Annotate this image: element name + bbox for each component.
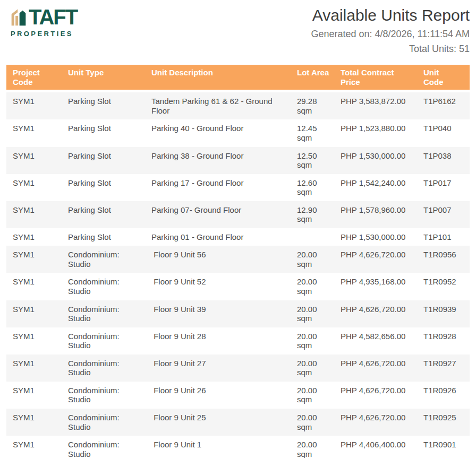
cell-unit-type: Condominium: Studio bbox=[62, 327, 145, 355]
cell-lot-area: 12.90 sqm bbox=[291, 201, 334, 228]
table-row: SYM1Condominium: Studio Floor 9 Unit 392… bbox=[6, 300, 470, 327]
cell-unit-description: Floor 9 Unit 27 bbox=[145, 355, 291, 382]
cell-project-code: SYM1 bbox=[6, 436, 62, 458]
cell-unit-code: T1R0952 bbox=[417, 273, 470, 300]
units-table-body: SYM1Parking SlotTandem Parking 61 & 62 -… bbox=[6, 92, 470, 458]
cell-total-contract-price: PHP 4,626,720.00 bbox=[334, 355, 417, 382]
cell-unit-code: T1R0925 bbox=[417, 409, 470, 436]
cell-unit-description: Parking 01 - Ground Floor bbox=[145, 228, 291, 246]
cell-project-code: SYM1 bbox=[6, 92, 62, 119]
table-header-row: Project CodeUnit TypeUnit DescriptionLot… bbox=[6, 65, 470, 92]
cell-lot-area: 12.45 sqm bbox=[291, 119, 334, 146]
cell-unit-code: T1P6162 bbox=[417, 92, 470, 119]
cell-unit-code: T1P101 bbox=[417, 228, 470, 246]
cell-unit-description: Parking 40 - Ground Floor bbox=[145, 119, 291, 146]
cell-project-code: SYM1 bbox=[6, 228, 62, 246]
cell-unit-description: Floor 9 Unit 28 bbox=[145, 327, 291, 355]
cell-project-code: SYM1 bbox=[6, 409, 62, 436]
cell-unit-description: Floor 9 Unit 1 bbox=[145, 436, 291, 458]
table-row: SYM1Condominium: Studio Floor 9 Unit 282… bbox=[6, 327, 470, 355]
cell-total-contract-price: PHP 4,582,656.00 bbox=[334, 327, 417, 355]
generated-on-text: Generated on: 4/8/2026, 11:11:54 AM bbox=[311, 29, 470, 40]
cell-unit-description: Floor 9 Unit 56 bbox=[145, 246, 291, 273]
cell-unit-type: Parking Slot bbox=[62, 119, 145, 146]
cell-total-contract-price: PHP 1,578,960.00 bbox=[334, 201, 417, 228]
units-table: Project CodeUnit TypeUnit DescriptionLot… bbox=[6, 65, 470, 458]
cell-unit-description: Floor 9 Unit 26 bbox=[145, 382, 291, 409]
cell-unit-type: Condominium: Studio bbox=[62, 273, 145, 300]
cell-unit-type: Parking Slot bbox=[62, 228, 145, 246]
cell-total-contract-price: PHP 1,542,240.00 bbox=[334, 174, 417, 201]
cell-project-code: SYM1 bbox=[6, 382, 62, 409]
report-header: TAFT PROPERTIES Available Units Report G… bbox=[6, 5, 470, 55]
cell-lot-area: 12.50 sqm bbox=[291, 147, 334, 174]
table-row: SYM1Parking SlotParking 07- Ground Floor… bbox=[6, 201, 470, 228]
table-row: SYM1Parking SlotParking 38 - Ground Floo… bbox=[6, 147, 470, 174]
table-row: SYM1Parking SlotTandem Parking 61 & 62 -… bbox=[6, 92, 470, 119]
cell-unit-code: T1R0956 bbox=[417, 246, 470, 273]
title-block: Available Units Report Generated on: 4/8… bbox=[311, 5, 470, 55]
table-row: SYM1Parking SlotParking 40 - Ground Floo… bbox=[6, 119, 470, 146]
report-page: TAFT PROPERTIES Available Units Report G… bbox=[0, 0, 476, 458]
report-title: Available Units Report bbox=[311, 6, 470, 24]
cell-unit-description: Floor 9 Unit 52 bbox=[145, 273, 291, 300]
cell-total-contract-price: PHP 4,626,720.00 bbox=[334, 382, 417, 409]
cell-total-contract-price: PHP 3,583,872.00 bbox=[334, 92, 417, 119]
table-row: SYM1Condominium: Studio Floor 9 Unit 262… bbox=[6, 382, 470, 409]
cell-lot-area: 29.28 sqm bbox=[291, 92, 334, 119]
cell-project-code: SYM1 bbox=[6, 273, 62, 300]
cell-unit-code: T1R0901 bbox=[417, 436, 470, 458]
col-header-unit-code: Unit Code bbox=[417, 65, 470, 92]
table-row: SYM1Condominium: Studio Floor 9 Unit 120… bbox=[6, 436, 470, 458]
cell-project-code: SYM1 bbox=[6, 327, 62, 355]
table-row: SYM1Parking SlotParking 17 - Ground Floo… bbox=[6, 174, 470, 201]
cell-lot-area: 20.00 sqm bbox=[291, 246, 334, 273]
cell-unit-description: Parking 38 - Ground Floor bbox=[145, 147, 291, 174]
cell-total-contract-price: PHP 4,406,400.00 bbox=[334, 436, 417, 458]
cell-lot-area: 20.00 sqm bbox=[291, 327, 334, 355]
units-table-head: Project CodeUnit TypeUnit DescriptionLot… bbox=[6, 65, 470, 92]
total-units-text: Total Units: 51 bbox=[311, 44, 470, 55]
cell-lot-area bbox=[291, 228, 334, 246]
cell-project-code: SYM1 bbox=[6, 201, 62, 228]
cell-total-contract-price: PHP 4,626,720.00 bbox=[334, 300, 417, 327]
cell-unit-code: T1P040 bbox=[417, 119, 470, 146]
cell-lot-area: 20.00 sqm bbox=[291, 436, 334, 458]
table-row: SYM1Condominium: Studio Floor 9 Unit 272… bbox=[6, 355, 470, 382]
cell-project-code: SYM1 bbox=[6, 300, 62, 327]
cell-lot-area: 20.00 sqm bbox=[291, 382, 334, 409]
cell-unit-code: T1R0927 bbox=[417, 355, 470, 382]
cell-unit-type: Condominium: Studio bbox=[62, 436, 145, 458]
cell-unit-type: Condominium: Studio bbox=[62, 382, 145, 409]
cell-unit-description: Floor 9 Unit 25 bbox=[145, 409, 291, 436]
cell-total-contract-price: PHP 4,626,720.00 bbox=[334, 246, 417, 273]
cell-unit-type: Condominium: Studio bbox=[62, 355, 145, 382]
cell-unit-type: Parking Slot bbox=[62, 201, 145, 228]
cell-unit-type: Condominium: Studio bbox=[62, 409, 145, 436]
cell-total-contract-price: PHP 4,626,720.00 bbox=[334, 409, 417, 436]
cell-project-code: SYM1 bbox=[6, 147, 62, 174]
taft-buildings-icon bbox=[11, 7, 27, 26]
cell-project-code: SYM1 bbox=[6, 174, 62, 201]
cell-lot-area: 12.60 sqm bbox=[291, 174, 334, 201]
col-header-lot-area: Lot Area bbox=[291, 65, 334, 92]
cell-unit-description: Tandem Parking 61 & 62 - Ground Floor bbox=[145, 92, 291, 119]
cell-project-code: SYM1 bbox=[6, 246, 62, 273]
cell-unit-type: Parking Slot bbox=[62, 147, 145, 174]
cell-project-code: SYM1 bbox=[6, 355, 62, 382]
col-header-project-code: Project Code bbox=[6, 65, 62, 92]
table-row: SYM1Parking SlotParking 01 - Ground Floo… bbox=[6, 228, 470, 246]
col-header-unit-type: Unit Type bbox=[62, 65, 145, 92]
cell-unit-type: Condominium: Studio bbox=[62, 246, 145, 273]
cell-unit-description: Floor 9 Unit 39 bbox=[145, 300, 291, 327]
table-row: SYM1Condominium: Studio Floor 9 Unit 522… bbox=[6, 273, 470, 300]
col-header-unit-description: Unit Description bbox=[145, 65, 291, 92]
cell-lot-area: 20.00 sqm bbox=[291, 273, 334, 300]
cell-unit-code: T1P038 bbox=[417, 147, 470, 174]
cell-lot-area: 20.00 sqm bbox=[291, 355, 334, 382]
cell-project-code: SYM1 bbox=[6, 119, 62, 146]
cell-unit-code: T1P007 bbox=[417, 201, 470, 228]
cell-lot-area: 20.00 sqm bbox=[291, 300, 334, 327]
cell-unit-type: Parking Slot bbox=[62, 174, 145, 201]
cell-unit-code: T1R0928 bbox=[417, 327, 470, 355]
